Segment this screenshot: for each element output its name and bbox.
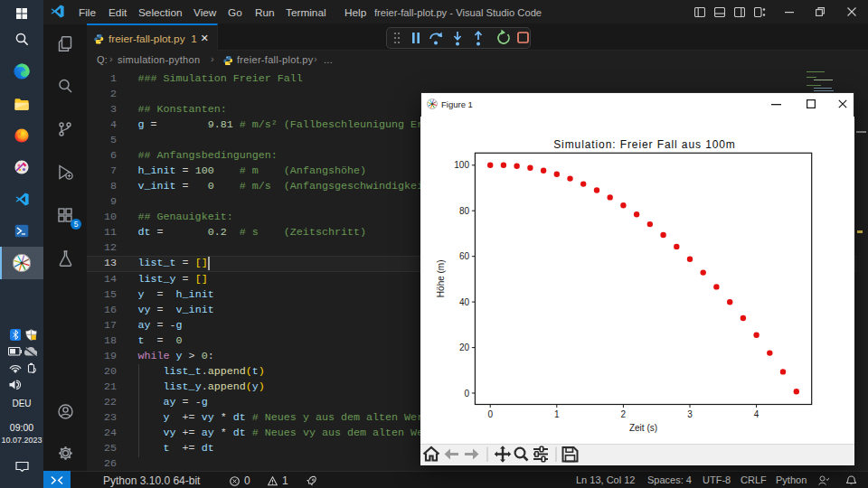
svg-text:60: 60 bbox=[459, 251, 470, 261]
svg-text:40: 40 bbox=[459, 297, 470, 307]
svg-text:Höhe (m): Höhe (m) bbox=[436, 259, 446, 297]
svg-text:Zeit (s): Zeit (s) bbox=[629, 423, 657, 433]
svg-text:80: 80 bbox=[459, 206, 470, 216]
svg-text:100: 100 bbox=[454, 160, 469, 170]
svg-text:Simulation: Freier Fall aus 10: Simulation: Freier Fall aus 100m bbox=[553, 138, 736, 151]
svg-text:3: 3 bbox=[687, 409, 693, 419]
svg-text:0: 0 bbox=[464, 389, 469, 399]
svg-text:4: 4 bbox=[754, 409, 760, 419]
svg-text:2: 2 bbox=[621, 409, 627, 419]
svg-text:20: 20 bbox=[459, 343, 470, 352]
svg-text:1: 1 bbox=[554, 409, 560, 419]
svg-text:0: 0 bbox=[487, 409, 493, 419]
